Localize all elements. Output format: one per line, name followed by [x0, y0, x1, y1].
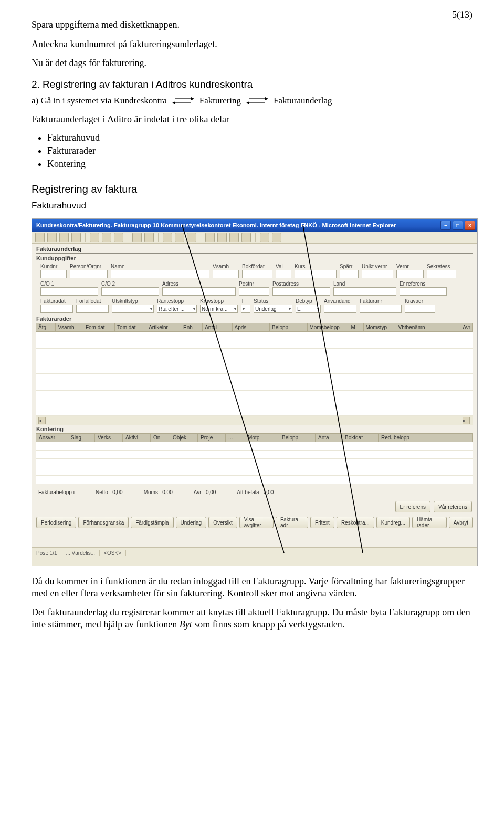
- sort-icon[interactable]: [163, 233, 172, 242]
- field-label: C/O 2: [101, 281, 159, 287]
- sekretess-field[interactable]: [427, 270, 456, 278]
- table-row[interactable]: [36, 332, 473, 340]
- status-dropdown[interactable]: Underlag▾: [254, 305, 292, 313]
- grid-icon[interactable]: [132, 233, 142, 242]
- section-title: Fakturaunderlag: [32, 244, 477, 252]
- reskontra-button[interactable]: Reskontra...: [337, 517, 374, 528]
- kundnr-field[interactable]: [40, 270, 67, 278]
- erreferens-field[interactable]: [400, 287, 447, 296]
- er-referens-button[interactable]: Er referens: [395, 501, 430, 512]
- vernr-field[interactable]: [396, 270, 424, 278]
- var-referens-button[interactable]: Vår referens: [434, 501, 472, 512]
- scroll-left-icon[interactable]: ◂: [38, 417, 46, 424]
- toolbar: [32, 232, 477, 244]
- fardigstampla-button[interactable]: Färdigstämpla: [131, 517, 173, 528]
- minimize-icon[interactable]: –: [440, 221, 451, 230]
- fritext-button[interactable]: Fritext: [310, 517, 334, 528]
- fakturadat-field[interactable]: [40, 305, 73, 313]
- col-header: Enh: [181, 323, 203, 331]
- tool-icon[interactable]: [272, 233, 281, 242]
- debtyp-dropdown[interactable]: E▾: [296, 305, 321, 313]
- grid-body[interactable]: [36, 332, 473, 416]
- calendar-icon[interactable]: [260, 233, 269, 242]
- rantestopp-dropdown[interactable]: Rta efter ...▾: [157, 305, 197, 313]
- maximize-icon[interactable]: □: [453, 221, 463, 230]
- list-item: Kontering: [47, 159, 472, 170]
- val-field[interactable]: [276, 270, 291, 278]
- tool-icon[interactable]: [47, 233, 57, 242]
- prev-icon[interactable]: [217, 233, 227, 242]
- table-row[interactable]: [36, 382, 473, 391]
- list-icon[interactable]: [175, 233, 184, 242]
- underlag-button[interactable]: Underlag: [176, 517, 207, 528]
- field-label: Status: [254, 299, 292, 304]
- table-row[interactable]: [36, 407, 473, 416]
- anvandarid-field[interactable]: [324, 305, 356, 313]
- table-row[interactable]: [36, 442, 473, 451]
- table-row[interactable]: [36, 399, 473, 407]
- new-icon[interactable]: [90, 233, 99, 242]
- table-row[interactable]: [36, 459, 473, 467]
- kurs-field[interactable]: [295, 270, 337, 278]
- visa-avgifter-button[interactable]: Visa avgifter: [239, 517, 274, 528]
- land-field[interactable]: [333, 287, 396, 296]
- co2-field[interactable]: [101, 287, 159, 296]
- table-row[interactable]: [36, 357, 473, 365]
- forhandsgranska-button[interactable]: Förhandsgranska: [78, 517, 129, 528]
- help-icon[interactable]: [59, 233, 69, 242]
- forfallodat-field[interactable]: [76, 305, 109, 313]
- kravstopp-dropdown[interactable]: Norm kra...▾: [200, 305, 238, 313]
- first-icon[interactable]: [205, 233, 215, 242]
- fieldset-title: Kunduppgifter: [36, 255, 473, 263]
- faktura-adr-button[interactable]: Faktura adr: [276, 517, 308, 528]
- postnr-field[interactable]: [239, 287, 269, 296]
- close-icon[interactable]: ×: [465, 221, 475, 230]
- horizontal-scrollbar[interactable]: ◂ ▸: [36, 416, 473, 425]
- grid-body[interactable]: [36, 442, 473, 484]
- edit-icon[interactable]: [144, 233, 154, 242]
- kundreg-button[interactable]: Kundreg...: [376, 517, 410, 528]
- adress-field[interactable]: [162, 287, 236, 296]
- nav-path-text: Fakturering: [200, 96, 241, 106]
- utskriftstyp-dropdown[interactable]: ▾: [112, 305, 154, 313]
- tool-icon[interactable]: [71, 233, 81, 242]
- scroll-right-icon[interactable]: ▸: [463, 417, 470, 424]
- total-value: 0,00: [264, 489, 274, 495]
- vsamh-field[interactable]: [213, 270, 239, 278]
- total-label: Fakturabelopp i: [38, 489, 75, 495]
- uniktvernr-field[interactable]: [362, 270, 393, 278]
- t-dropdown[interactable]: ▾: [241, 305, 250, 313]
- bokfordat-field[interactable]: [242, 270, 272, 278]
- kravadr-field[interactable]: [405, 305, 435, 313]
- fakturanr-field[interactable]: [360, 305, 402, 313]
- col-header: M: [349, 323, 364, 331]
- table-row[interactable]: [36, 476, 473, 484]
- table-row[interactable]: [36, 391, 473, 399]
- namn-field[interactable]: [111, 270, 209, 278]
- delete-icon[interactable]: [102, 233, 111, 242]
- table-row[interactable]: [36, 340, 473, 349]
- oversikt-button[interactable]: Översikt: [208, 517, 237, 528]
- hamta-rader-button[interactable]: Hämta rader: [412, 517, 447, 528]
- col-header: Antal: [203, 323, 232, 331]
- postadress-field[interactable]: [272, 287, 330, 296]
- tree-icon[interactable]: [187, 233, 196, 242]
- avbryt-button[interactable]: Avbryt: [449, 517, 473, 528]
- table-row[interactable]: [36, 467, 473, 476]
- tool-icon[interactable]: [35, 233, 45, 242]
- table-row[interactable]: [36, 374, 473, 382]
- body-text: Nu är det dags för fakturering.: [32, 57, 472, 69]
- co1-field[interactable]: [40, 287, 98, 296]
- last-icon[interactable]: [242, 233, 251, 242]
- horizontal-scrollbar[interactable]: [32, 558, 477, 566]
- sparr-field[interactable]: [340, 270, 359, 278]
- orgnr-field[interactable]: [70, 270, 108, 278]
- table-row[interactable]: [36, 365, 473, 374]
- periodisering-button[interactable]: Periodisering: [36, 517, 76, 528]
- save-icon[interactable]: [114, 233, 123, 242]
- next-icon[interactable]: [229, 233, 239, 242]
- field-label: Debtyp: [296, 299, 321, 304]
- table-row[interactable]: [36, 349, 473, 357]
- table-row[interactable]: [36, 451, 473, 459]
- field-label: Er referens: [400, 281, 447, 287]
